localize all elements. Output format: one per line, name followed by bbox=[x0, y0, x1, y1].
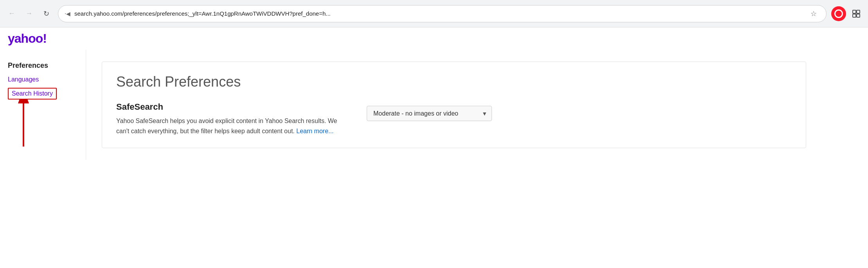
logo-area: yahoo! bbox=[0, 27, 86, 50]
safesearch-text-block: SafeSearch Yahoo SafeSearch helps you av… bbox=[116, 102, 351, 136]
extensions-button[interactable] bbox=[849, 7, 863, 21]
annotation-arrow bbox=[12, 100, 51, 150]
sidebar-item-languages[interactable]: Languages bbox=[8, 76, 78, 83]
tracking-protection-icon: ⋅◀ bbox=[65, 11, 70, 17]
sidebar-title: Preferences bbox=[8, 62, 78, 70]
main-content: Search Preferences SafeSearch Yahoo Safe… bbox=[86, 50, 868, 160]
reload-button[interactable]: ↻ bbox=[39, 7, 53, 21]
svg-rect-3 bbox=[857, 14, 860, 17]
svg-rect-0 bbox=[853, 10, 856, 13]
safesearch-description: Yahoo SafeSearch helps you avoid explici… bbox=[116, 116, 351, 136]
opera-logo-icon bbox=[834, 9, 843, 18]
safesearch-control: Strict - no adult content Moderate - no … bbox=[367, 106, 492, 121]
safesearch-title: SafeSearch bbox=[116, 102, 351, 112]
sidebar: Preferences Languages Search History bbox=[0, 50, 86, 160]
svg-rect-2 bbox=[853, 14, 856, 17]
back-button[interactable]: ← bbox=[5, 7, 19, 21]
address-bar-input[interactable] bbox=[74, 10, 803, 17]
learn-more-link[interactable]: Learn more... bbox=[296, 128, 333, 134]
extensions-icon bbox=[852, 9, 861, 18]
bookmark-button[interactable]: ☆ bbox=[807, 7, 820, 20]
yahoo-logo: yahoo! bbox=[8, 31, 78, 46]
sidebar-and-content: Preferences Languages Search History Sea… bbox=[0, 50, 868, 160]
safesearch-section: SafeSearch Yahoo SafeSearch helps you av… bbox=[116, 102, 792, 136]
sidebar-item-search-history[interactable]: Search History bbox=[8, 88, 57, 100]
nav-buttons: ← → ↻ bbox=[5, 7, 53, 21]
svg-rect-1 bbox=[857, 10, 860, 13]
browser-chrome: ← → ↻ ⋅◀ ☆ bbox=[0, 0, 868, 27]
page-title: Search Preferences bbox=[116, 74, 792, 90]
safesearch-dropdown[interactable]: Strict - no adult content Moderate - no … bbox=[367, 106, 492, 121]
safesearch-dropdown-wrapper: Strict - no adult content Moderate - no … bbox=[367, 106, 492, 121]
address-bar-container: ⋅◀ ☆ bbox=[58, 5, 827, 22]
forward-button[interactable]: → bbox=[22, 7, 36, 21]
browser-actions bbox=[831, 6, 863, 21]
search-history-wrapper: Search History bbox=[8, 88, 57, 104]
opera-menu-button[interactable] bbox=[831, 6, 846, 21]
content-card: Search Preferences SafeSearch Yahoo Safe… bbox=[102, 62, 806, 148]
